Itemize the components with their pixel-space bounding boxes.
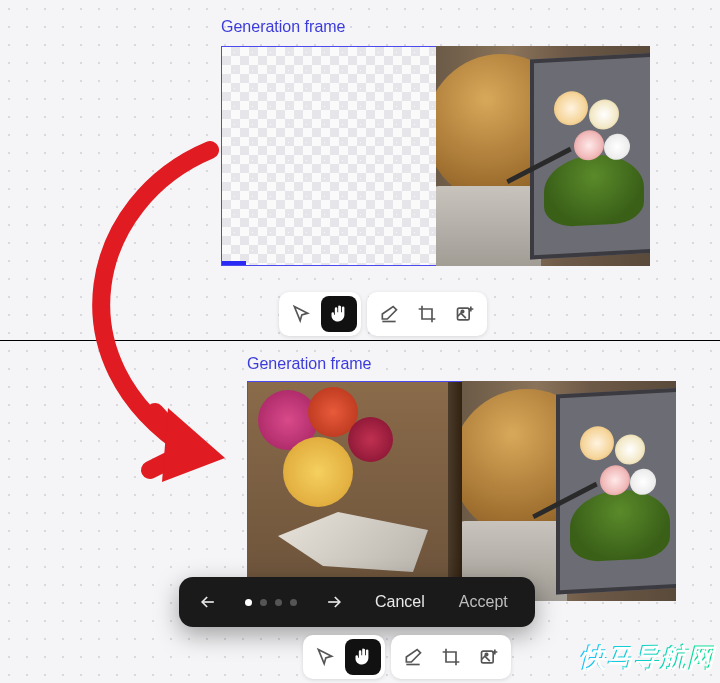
tool-group-edit — [391, 635, 511, 679]
cancel-button[interactable]: Cancel — [365, 587, 435, 617]
tool-toolbar — [279, 292, 487, 336]
generated-image-content — [248, 382, 466, 600]
eraser-tool-button[interactable] — [371, 296, 407, 332]
eraser-icon — [403, 647, 423, 667]
source-image[interactable] — [436, 46, 650, 266]
cursor-tool-button[interactable] — [307, 639, 343, 675]
eraser-tool-button[interactable] — [395, 639, 431, 675]
cursor-icon — [291, 304, 311, 324]
crop-tool-button[interactable] — [433, 639, 469, 675]
before-panel: Generation frame — [0, 0, 720, 340]
generation-frame-result[interactable] — [247, 381, 467, 601]
transparency-checker — [222, 47, 440, 265]
cursor-icon — [315, 647, 335, 667]
accept-button[interactable]: Accept — [449, 587, 518, 617]
hand-icon — [329, 304, 349, 324]
hand-tool-button[interactable] — [345, 639, 381, 675]
variation-dot[interactable] — [290, 599, 297, 606]
tool-group-select — [279, 292, 361, 336]
variation-dot[interactable] — [275, 599, 282, 606]
generation-frame-label: Generation frame — [247, 355, 372, 373]
eraser-icon — [379, 304, 399, 324]
watermark-text: 快马导航网 — [579, 640, 714, 675]
hand-tool-button[interactable] — [321, 296, 357, 332]
next-variation-button[interactable] — [317, 585, 351, 619]
after-panel: Generation frame — [0, 340, 720, 683]
add-image-icon — [455, 304, 475, 324]
generation-review-bar: Cancel Accept — [179, 577, 535, 627]
crop-icon — [441, 647, 461, 667]
add-image-icon — [479, 647, 499, 667]
prev-variation-button[interactable] — [191, 585, 225, 619]
crop-tool-button[interactable] — [409, 296, 445, 332]
svg-point-1 — [461, 310, 464, 313]
hand-icon — [353, 647, 373, 667]
add-image-tool-button[interactable] — [471, 639, 507, 675]
variation-dots — [239, 599, 303, 606]
add-image-tool-button[interactable] — [447, 296, 483, 332]
generation-progress-bar — [222, 261, 246, 265]
variation-dot[interactable] — [260, 599, 267, 606]
generation-frame-label: Generation frame — [221, 18, 346, 36]
image-content — [462, 381, 676, 601]
image-content — [436, 46, 650, 266]
generation-frame[interactable] — [221, 46, 441, 266]
crop-icon — [417, 304, 437, 324]
tool-group-select — [303, 635, 385, 679]
tool-toolbar — [303, 635, 511, 679]
tool-group-edit — [367, 292, 487, 336]
arrow-left-icon — [198, 592, 218, 612]
arrow-right-icon — [324, 592, 344, 612]
cursor-tool-button[interactable] — [283, 296, 319, 332]
source-image[interactable] — [462, 381, 676, 601]
variation-dot[interactable] — [245, 599, 252, 606]
svg-point-3 — [485, 653, 488, 656]
